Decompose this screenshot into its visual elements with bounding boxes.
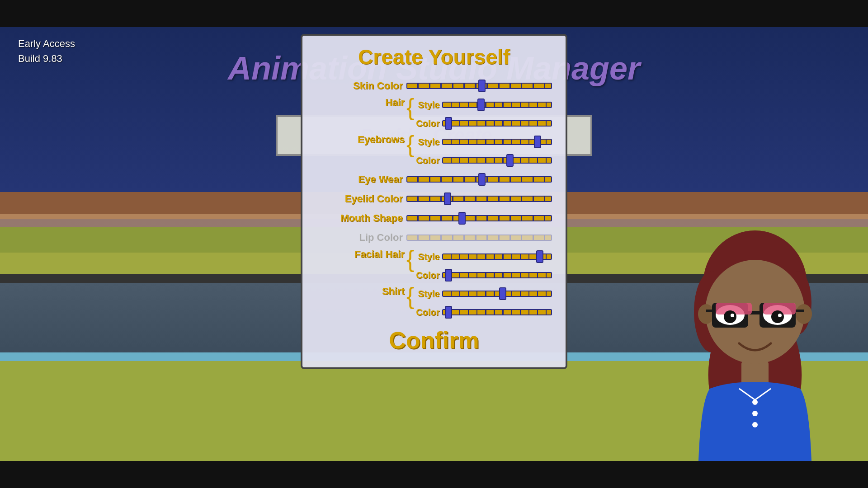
eyebrows-group: Eyebrows { Style Color xyxy=(316,134,552,169)
hair-style-row: Style xyxy=(414,97,552,113)
eyebrows-color-thumb[interactable] xyxy=(506,154,514,167)
hair-color-slider[interactable] xyxy=(442,116,552,131)
facial-hair-label: Facial Hair xyxy=(354,249,405,260)
eyebrows-color-row: Color xyxy=(414,152,552,169)
svg-point-19 xyxy=(778,314,782,317)
skin-color-thumb[interactable] xyxy=(478,80,486,92)
svg-point-17 xyxy=(771,310,784,323)
hair-sliders: Style Color xyxy=(414,97,552,131)
facial-hair-color-row: Color xyxy=(414,267,552,283)
eyebrows-color-slider[interactable] xyxy=(442,153,552,168)
facial-hair-style-thumb[interactable] xyxy=(536,250,543,263)
mouth-shape-row: Mouth Shape xyxy=(316,210,552,227)
shirt-color-label: Color xyxy=(414,307,442,318)
svg-point-5 xyxy=(698,304,714,324)
lip-color-track xyxy=(406,235,552,241)
eyebrows-style-slider[interactable] xyxy=(442,135,552,149)
eyebrows-sliders: Style Color xyxy=(414,134,552,169)
hair-color-thumb[interactable] xyxy=(445,117,452,130)
eyelid-color-row: Eyelid Color xyxy=(316,190,552,207)
eye-wear-track[interactable] xyxy=(406,176,552,183)
facial-hair-style-track[interactable] xyxy=(442,253,552,260)
skin-color-label: Skin Color xyxy=(316,80,406,92)
eyebrows-style-label: Style xyxy=(414,137,442,147)
skin-color-slider[interactable] xyxy=(406,79,552,93)
shirt-style-slider[interactable] xyxy=(442,286,552,301)
character-avatar xyxy=(669,212,841,461)
svg-point-6 xyxy=(796,304,812,324)
hair-group: Hair { Style Color xyxy=(316,97,552,131)
facial-hair-label-area: Facial Hair xyxy=(316,249,406,260)
eye-wear-slider[interactable] xyxy=(406,172,552,187)
mouth-shape-slider[interactable] xyxy=(406,211,552,225)
skin-color-row: Skin Color xyxy=(316,77,552,94)
eyebrows-color-label: Color xyxy=(414,155,442,166)
shirt-label: Shirt xyxy=(382,286,405,297)
mouth-shape-track[interactable] xyxy=(406,215,552,221)
eyebrows-color-track[interactable] xyxy=(442,157,552,164)
eye-wear-row: Eye Wear xyxy=(316,171,552,188)
eyebrows-label-area: Eyebrows xyxy=(316,134,406,145)
facial-hair-style-slider[interactable] xyxy=(442,249,552,264)
hair-style-label: Style xyxy=(414,100,442,110)
eyebrows-style-row: Style xyxy=(414,134,552,150)
mouth-shape-label: Mouth Shape xyxy=(316,212,406,224)
facial-hair-style-label: Style xyxy=(414,252,442,262)
eyebrows-style-thumb[interactable] xyxy=(534,136,541,148)
svg-rect-10 xyxy=(706,310,713,312)
early-access-line1: Early Access xyxy=(18,36,75,51)
eyelid-color-slider[interactable] xyxy=(406,192,552,206)
lip-color-label: Lip Color xyxy=(316,232,406,244)
hair-color-track[interactable] xyxy=(442,120,552,127)
hair-color-row: Color xyxy=(414,115,552,131)
hair-style-thumb[interactable] xyxy=(477,99,485,111)
top-black-bar xyxy=(0,0,868,27)
eyelid-color-track[interactable] xyxy=(406,196,552,202)
bottom-black-bar xyxy=(0,461,868,488)
character-svg xyxy=(669,212,841,461)
shirt-style-track[interactable] xyxy=(442,291,552,297)
shirt-color-row: Color xyxy=(414,304,552,320)
hair-style-track[interactable] xyxy=(442,102,552,108)
svg-rect-11 xyxy=(796,310,804,312)
dialog-title: Create Yourself xyxy=(316,45,552,69)
build-number: Build 9.83 xyxy=(18,51,75,66)
hair-label: Hair xyxy=(385,97,405,108)
facial-hair-color-thumb[interactable] xyxy=(445,269,452,282)
eye-wear-thumb[interactable] xyxy=(478,173,486,186)
facial-hair-group: Facial Hair { Style Color xyxy=(316,249,552,283)
facial-hair-color-track[interactable] xyxy=(442,272,552,278)
eyelid-color-label: Eyelid Color xyxy=(316,193,406,205)
lip-color-row: Lip Color xyxy=(316,229,552,246)
hair-brace: { xyxy=(406,97,414,118)
eye-wear-label: Eye Wear xyxy=(316,174,406,185)
mouth-shape-thumb[interactable] xyxy=(458,212,466,225)
shirt-group: Shirt { Style Color xyxy=(316,286,552,320)
eyebrows-brace: { xyxy=(406,134,414,155)
shirt-label-area: Shirt xyxy=(316,286,406,297)
shirt-style-row: Style xyxy=(414,286,552,302)
facial-hair-style-row: Style xyxy=(414,249,552,265)
hair-style-slider[interactable] xyxy=(442,98,552,112)
facial-hair-color-label: Color xyxy=(414,270,442,281)
svg-point-16 xyxy=(724,310,736,323)
create-yourself-dialog: Create Yourself Skin Color Hair { Style xyxy=(301,34,567,369)
hair-color-label: Color xyxy=(414,118,442,129)
lip-color-slider xyxy=(406,230,552,245)
skin-color-track[interactable] xyxy=(406,83,552,89)
shirt-style-thumb[interactable] xyxy=(499,287,506,300)
shirt-sliders: Style Color xyxy=(414,286,552,320)
shirt-color-slider[interactable] xyxy=(442,305,552,319)
svg-point-21 xyxy=(752,411,758,416)
facial-hair-sliders: Style Color xyxy=(414,249,552,283)
svg-point-18 xyxy=(731,314,734,317)
shirt-color-thumb[interactable] xyxy=(445,306,452,319)
confirm-button[interactable]: Confirm xyxy=(316,327,552,354)
eyebrows-style-track[interactable] xyxy=(442,139,552,145)
early-access-label: Early Access Build 9.83 xyxy=(18,36,75,66)
facial-hair-color-slider[interactable] xyxy=(442,268,552,282)
facial-hair-brace: { xyxy=(406,249,414,270)
shirt-color-track[interactable] xyxy=(442,309,552,315)
eyelid-color-thumb[interactable] xyxy=(444,192,451,205)
shirt-style-label: Style xyxy=(414,289,442,299)
